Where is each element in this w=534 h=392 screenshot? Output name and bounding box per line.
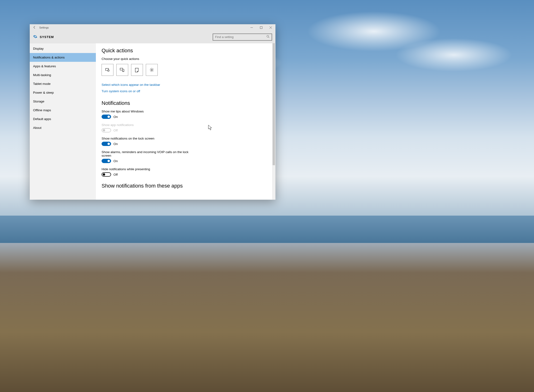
- notifications-heading: Notifications: [102, 100, 270, 106]
- svg-rect-1: [260, 27, 262, 29]
- vertical-scrollbar[interactable]: [272, 43, 275, 200]
- window-title: Settings: [39, 26, 49, 29]
- quick-action-note[interactable]: [131, 64, 143, 76]
- toggle-row: Show notifications on the lock screenOn: [102, 137, 192, 146]
- sidebar-item-default-apps[interactable]: Default apps: [30, 115, 96, 123]
- sidebar-item-multi-tasking[interactable]: Multi-tasking: [30, 71, 96, 79]
- toggle-row: Hide notifications while presentingOff: [102, 167, 192, 177]
- toggle-label: Show me tips about Windows: [102, 110, 192, 113]
- toggle-state: On: [113, 159, 118, 163]
- toggle-label: Show notifications on the lock screen: [102, 137, 192, 140]
- sidebar: DisplayNotifications & actionsApps & fea…: [30, 43, 96, 200]
- apps-notifications-heading: Show notifications from these apps: [102, 183, 270, 189]
- toggle-row: Show me tips about WindowsOn: [102, 110, 192, 119]
- search-box[interactable]: [213, 34, 272, 41]
- toggle-row: Show app notificationsOff: [102, 123, 192, 132]
- header-bar: SYSTEM: [30, 31, 275, 43]
- quick-action-tablet-mode[interactable]: [102, 64, 113, 76]
- sidebar-item-tablet-mode[interactable]: Tablet mode: [30, 79, 96, 88]
- toggle-switch: [102, 128, 111, 132]
- sidebar-item-about[interactable]: About: [30, 123, 96, 132]
- sidebar-item-notifications-actions[interactable]: Notifications & actions: [30, 53, 96, 62]
- section-title: SYSTEM: [40, 35, 54, 39]
- sidebar-item-power-sleep[interactable]: Power & sleep: [30, 88, 96, 97]
- window-titlebar[interactable]: Settings: [30, 24, 275, 31]
- toggle-label: Show app notifications: [102, 123, 192, 127]
- toggle-state: On: [113, 142, 118, 146]
- toggle-state: On: [113, 115, 118, 119]
- toggle-switch[interactable]: [102, 115, 111, 119]
- desktop-wallpaper-beach: [0, 243, 534, 392]
- link-system-icons[interactable]: Turn system icons on or off: [102, 89, 270, 93]
- content-area: Quick actions Choose your quick actions: [96, 43, 275, 200]
- close-button[interactable]: [266, 24, 275, 31]
- back-button[interactable]: [30, 26, 39, 30]
- sidebar-item-apps-features[interactable]: Apps & features: [30, 62, 96, 71]
- search-icon: [266, 35, 270, 39]
- quick-action-connect[interactable]: [116, 64, 128, 76]
- toggle-switch[interactable]: [102, 172, 111, 177]
- svg-line-3: [269, 37, 269, 38]
- sidebar-item-offline-maps[interactable]: Offline maps: [30, 106, 96, 115]
- svg-point-9: [151, 69, 152, 71]
- svg-rect-6: [120, 68, 123, 70]
- quick-actions-heading: Quick actions: [102, 48, 270, 54]
- scrollbar-thumb[interactable]: [273, 43, 275, 165]
- toggle-label: Show alarms, reminders and incoming VOIP…: [102, 150, 192, 157]
- link-taskbar-icons[interactable]: Select which icons appear on the taskbar: [102, 83, 270, 87]
- quick-actions-row: [102, 64, 270, 76]
- toggle-state: Off: [113, 129, 118, 132]
- svg-point-8: [123, 71, 123, 71]
- toggle-switch[interactable]: [102, 142, 111, 146]
- search-input[interactable]: [215, 35, 266, 39]
- toggle-label: Hide notifications while presenting: [102, 167, 192, 171]
- maximize-button[interactable]: [256, 24, 266, 31]
- sidebar-item-display[interactable]: Display: [30, 44, 96, 53]
- settings-window: Settings SYSTEM DisplayNotifications & a…: [30, 24, 275, 200]
- toggle-switch[interactable]: [102, 159, 111, 163]
- sidebar-item-storage[interactable]: Storage: [30, 97, 96, 106]
- toggle-state: Off: [113, 173, 118, 176]
- quick-actions-subheading: Choose your quick actions: [102, 57, 270, 61]
- minimize-button[interactable]: [247, 24, 256, 31]
- settings-gear-icon: [33, 34, 37, 39]
- toggle-row: Show alarms, reminders and incoming VOIP…: [102, 150, 192, 163]
- svg-point-2: [267, 35, 269, 37]
- quick-action-all-settings[interactable]: [146, 64, 158, 76]
